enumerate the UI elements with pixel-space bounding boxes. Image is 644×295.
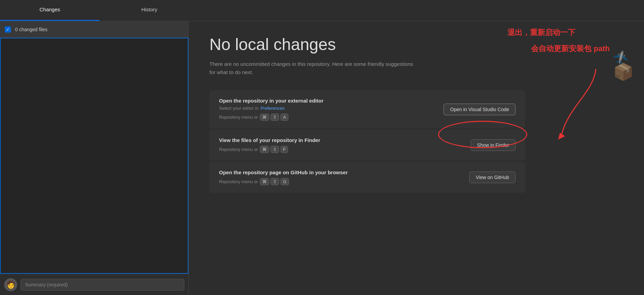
action-card-view-github-content: Open the repository page on GitHub in yo…: [219, 169, 461, 185]
show-finder-shortcut: Repository menu or ⌘ ⇧ F: [219, 146, 462, 153]
tab-bar: Changes History: [0, 0, 644, 21]
avatar: 🧑: [4, 278, 17, 291]
kbd-shift-3: ⇧: [271, 178, 279, 185]
kbd-f: F: [280, 146, 288, 153]
changed-files-label: 0 changed files: [15, 27, 47, 32]
kbd-shift-1: ⇧: [271, 114, 279, 121]
no-changes-subtitle: There are no uncommitted changes in this…: [209, 60, 415, 76]
kbd-cmd-2: ⌘: [260, 146, 269, 153]
action-card-show-finder-content: View the files of your repository in Fin…: [219, 137, 462, 153]
tab-changes-label: Changes: [39, 7, 60, 12]
action-card-show-finder-title: View the files of your repository in Fin…: [219, 137, 462, 143]
open-editor-desc-prefix: Select your editor in: [219, 106, 258, 111]
action-card-open-editor-content: Open the repository in your external edi…: [219, 98, 435, 121]
kbd-cmd-3: ⌘: [260, 178, 269, 185]
action-cards: Open the repository in your external edi…: [209, 90, 525, 193]
no-changes-title: No local changes: [209, 35, 623, 54]
action-card-view-github: Open the repository page on GitHub in yo…: [209, 162, 525, 193]
tab-history-label: History: [141, 7, 158, 12]
open-in-vscode-button[interactable]: Open in Visual Studio Code: [444, 104, 516, 115]
view-on-github-button[interactable]: View on GitHub: [469, 172, 516, 183]
open-editor-shortcut: Repository menu or ⌘ ⇧ A: [219, 114, 435, 121]
commit-area: 🧑: [0, 274, 188, 295]
tab-history[interactable]: History: [100, 0, 199, 21]
main-layout: 0 changed files 🧑 退出，重新启动一下 会自动更新安装包 pat…: [0, 21, 644, 295]
kbd-a: A: [280, 114, 288, 121]
kbd-cmd-1: ⌘: [260, 114, 269, 121]
open-editor-kbd-group: ⌘ ⇧ A: [260, 114, 288, 121]
action-card-view-github-title: Open the repository page on GitHub in yo…: [219, 169, 461, 175]
show-in-finder-button[interactable]: Show in Finder: [471, 139, 516, 151]
action-card-open-editor-desc: Select your editor in Preferences: [219, 106, 435, 111]
svg-marker-0: [558, 133, 565, 140]
summary-input[interactable]: [21, 279, 184, 291]
view-github-shortcut: Repository menu or ⌘ ⇧ G: [219, 178, 461, 185]
kbd-g: G: [280, 178, 289, 185]
right-panel: 退出，重新启动一下 会自动更新安装包 path ✈️ 📦 No local ch…: [189, 21, 644, 295]
action-card-open-editor-title: Open the repository in your external edi…: [219, 98, 435, 104]
action-card-open-editor: Open the repository in your external edi…: [209, 90, 525, 128]
show-finder-shortcut-prefix: Repository menu or: [219, 147, 258, 152]
show-finder-kbd-group: ⌘ ⇧ F: [260, 146, 288, 153]
kbd-shift-2: ⇧: [271, 146, 279, 153]
view-github-shortcut-prefix: Repository menu or: [219, 179, 258, 184]
open-editor-shortcut-prefix: Repository menu or: [219, 115, 258, 120]
left-panel: 0 changed files 🧑: [0, 21, 189, 295]
changed-files-bar: 0 changed files: [0, 21, 188, 38]
box-doodle-icon: 📦: [613, 62, 634, 82]
view-github-kbd-group: ⌘ ⇧ G: [260, 178, 289, 185]
arrow-annotation: [541, 66, 610, 148]
select-all-checkbox[interactable]: [5, 26, 11, 33]
tab-changes[interactable]: Changes: [0, 0, 100, 21]
file-list-area: [0, 38, 188, 274]
preferences-link[interactable]: Preferences: [261, 106, 285, 111]
action-card-show-finder: View the files of your repository in Fin…: [209, 130, 525, 161]
